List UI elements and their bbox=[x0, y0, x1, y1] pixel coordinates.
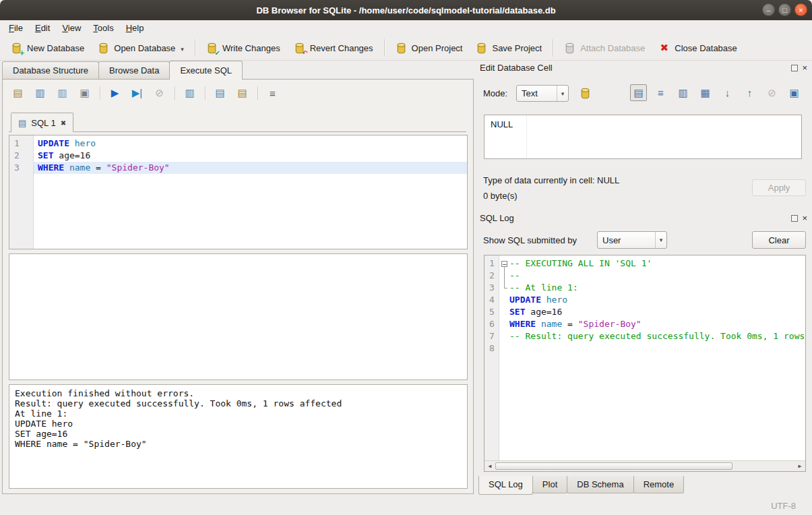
close-window-button[interactable]: × bbox=[794, 3, 807, 16]
new-database-button[interactable]: +New Database bbox=[4, 39, 91, 57]
sql-tab[interactable]: ▤ SQL 1 ✖ bbox=[11, 113, 73, 132]
tab-remote[interactable]: Remote bbox=[633, 476, 685, 493]
code-line: UPDATE hero bbox=[499, 294, 805, 306]
undock-icon[interactable] bbox=[791, 215, 798, 222]
main-tab-bar: Database StructureBrowse DataExecute SQL bbox=[2, 61, 242, 79]
scroll-track[interactable] bbox=[732, 461, 794, 471]
token: -- Result: query executed successfully. … bbox=[509, 331, 805, 341]
text-mode-icon[interactable]: ▤ bbox=[630, 84, 647, 101]
undock-icon[interactable] bbox=[791, 65, 798, 71]
scroll-right-icon[interactable]: ▶ bbox=[794, 461, 805, 471]
sql-editor[interactable]: 123 UPDATE heroSET age=16WHERE name = "S… bbox=[9, 135, 468, 249]
menu-edit[interactable]: Edit bbox=[29, 21, 56, 35]
replace-icon[interactable]: ▤ bbox=[234, 85, 251, 101]
close-database-button[interactable]: ✖Close Database bbox=[652, 39, 744, 57]
menu-tools[interactable]: Tools bbox=[87, 21, 119, 35]
open-database-button[interactable]: Open Database▾ bbox=[91, 39, 191, 57]
revert-changes-button[interactable]: ↶Revert Changes bbox=[287, 39, 380, 57]
attach-database-button[interactable]: Attach Database bbox=[557, 39, 652, 57]
messages-panel[interactable]: Execution finished without errors. Resul… bbox=[9, 384, 468, 489]
find-icon[interactable]: ▤ bbox=[212, 85, 228, 101]
close-dock-icon[interactable]: × bbox=[802, 214, 807, 222]
fold-guide bbox=[504, 282, 507, 289]
log-filter-select[interactable]: User ▾ bbox=[597, 231, 667, 249]
cell-editor[interactable]: NULL bbox=[484, 115, 802, 159]
line-number: 1 bbox=[485, 258, 499, 270]
open-database-icon bbox=[98, 42, 109, 54]
mode-select[interactable]: Text ▾ bbox=[516, 85, 569, 102]
cell-type-info: Type of data currently in cell: NULL bbox=[483, 175, 619, 185]
save-project-button[interactable]: Save Project bbox=[469, 39, 549, 57]
fold-column bbox=[501, 294, 509, 306]
save-sql-file-icon[interactable]: ▥ bbox=[32, 85, 49, 101]
word-wrap-icon[interactable]: ≡ bbox=[264, 85, 281, 101]
sql-log-view[interactable]: 12345678 −-- EXECUTING ALL IN 'SQL 1'---… bbox=[484, 255, 806, 472]
stop-icon[interactable]: ⊘ bbox=[151, 85, 168, 101]
code-line: SET age=16 bbox=[34, 150, 467, 162]
token: name bbox=[541, 319, 562, 329]
menu-file[interactable]: File bbox=[3, 21, 29, 35]
bottom-tab-bar: SQL LogPlotDB SchemaRemote bbox=[478, 476, 683, 495]
clear-button[interactable]: Clear bbox=[752, 231, 806, 249]
revert-changes-icon: ↶ bbox=[294, 42, 305, 54]
execute-current-line-icon[interactable]: ▶| bbox=[129, 85, 146, 101]
attach-database-icon bbox=[564, 42, 575, 54]
write-changes-icon: ✔ bbox=[206, 42, 218, 54]
import-data-button[interactable] bbox=[576, 84, 594, 102]
editor-code-area[interactable]: UPDATE heroSET age=16WHERE name = "Spide… bbox=[34, 135, 467, 249]
execute-all-icon[interactable]: ▶ bbox=[106, 85, 123, 101]
tab-sql-log[interactable]: SQL Log bbox=[478, 476, 533, 495]
app-window: DB Browser for SQLite - /home/user/code/… bbox=[0, 0, 812, 515]
mode-label: Mode: bbox=[483, 88, 507, 98]
results-grid[interactable] bbox=[9, 253, 468, 380]
tab-db-schema[interactable]: DB Schema bbox=[567, 476, 633, 493]
fold-column bbox=[501, 330, 509, 342]
menu-help[interactable]: Help bbox=[120, 21, 150, 35]
line-number: 6 bbox=[485, 318, 499, 330]
minimize-button[interactable]: – bbox=[762, 3, 775, 16]
title-bar: DB Browser for SQLite - /home/user/code/… bbox=[0, 0, 812, 20]
code-text: UPDATE hero bbox=[509, 294, 567, 306]
toolbar-separator bbox=[205, 86, 206, 100]
log-horizontal-scrollbar[interactable]: ◀ ▶ bbox=[485, 460, 805, 471]
open-project-button[interactable]: Open Project bbox=[389, 39, 470, 57]
import-icon[interactable]: ↓ bbox=[719, 84, 736, 101]
open-sql-file-icon[interactable]: ▤ bbox=[9, 85, 26, 101]
mode-value: Text bbox=[517, 86, 557, 100]
new-database-button-label: New Database bbox=[27, 43, 84, 53]
word-wrap-icon[interactable]: ≡ bbox=[652, 84, 669, 101]
tab-execute-sql[interactable]: Execute SQL bbox=[169, 61, 243, 80]
token: = bbox=[562, 319, 577, 329]
tab-bar-line bbox=[9, 131, 466, 132]
fold-collapse-icon[interactable]: − bbox=[501, 261, 507, 267]
dropdown-arrow-icon[interactable]: ▾ bbox=[181, 46, 184, 54]
save-results-icon[interactable]: ▥ bbox=[181, 85, 198, 101]
edit-cell-dock-buttons: × bbox=[791, 64, 807, 71]
tab-plot[interactable]: Plot bbox=[532, 476, 567, 493]
log-filter-value: User bbox=[598, 233, 655, 247]
sql-tab-bar: ▤ SQL 1 ✖ bbox=[9, 111, 466, 132]
close-dock-icon[interactable]: × bbox=[802, 64, 807, 71]
menu-mnemonic: H bbox=[126, 23, 132, 33]
line-number: 1 bbox=[9, 138, 33, 150]
copy-icon[interactable]: ▦ bbox=[697, 84, 714, 101]
apply-button[interactable]: Apply bbox=[752, 179, 806, 196]
tab-database-structure[interactable]: Database Structure bbox=[2, 61, 99, 79]
scroll-left-icon[interactable]: ◀ bbox=[485, 461, 495, 471]
tab-browse-data[interactable]: Browse Data bbox=[98, 61, 170, 79]
save-as-icon[interactable]: ▥ bbox=[675, 84, 691, 101]
write-changes-button[interactable]: ✔Write Changes bbox=[199, 39, 287, 57]
set-null-icon[interactable]: ⊘ bbox=[763, 84, 780, 101]
code-text: SET age=16 bbox=[38, 150, 90, 162]
close-tab-icon[interactable]: ✖ bbox=[61, 119, 66, 127]
maximize-button[interactable]: □ bbox=[778, 3, 791, 16]
status-bar: UTF-8 bbox=[0, 497, 812, 515]
scroll-thumb[interactable] bbox=[495, 462, 732, 470]
export-icon[interactable]: ↑ bbox=[741, 84, 758, 101]
menu-view[interactable]: View bbox=[56, 21, 87, 35]
print-icon[interactable]: ▣ bbox=[786, 84, 803, 101]
save-sql-as-icon[interactable]: ▥ bbox=[54, 85, 71, 101]
print-icon[interactable]: ▣ bbox=[76, 85, 93, 101]
token: "Spider-Boy" bbox=[578, 319, 642, 329]
line-number: 4 bbox=[485, 294, 499, 306]
